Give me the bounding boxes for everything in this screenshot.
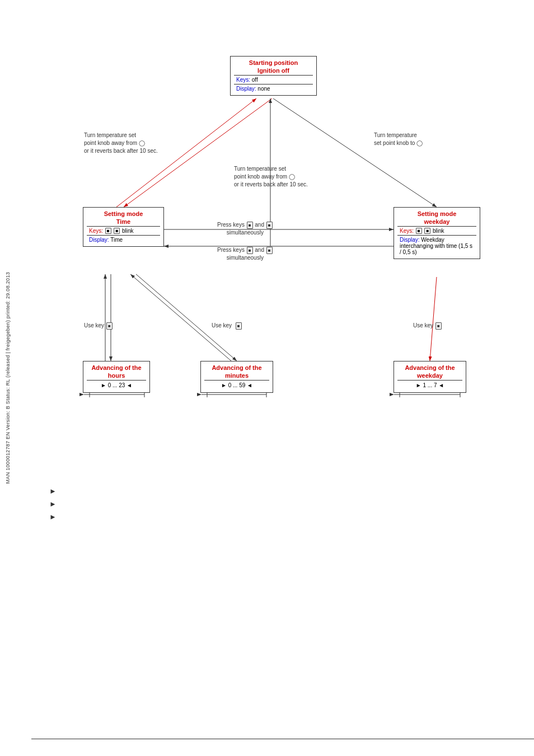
- weekday-title-line2: weekday: [424, 218, 450, 225]
- annotation-press-keys-1: Press keys ■ and ■ simultaneously: [217, 221, 273, 237]
- time-row1: Keys: ■ ■ blink: [87, 226, 160, 236]
- use-key-left-icon: ■: [106, 322, 113, 330]
- adv-weekday-range-value: 1 ... 7: [423, 382, 437, 388]
- svg-line-4: [273, 98, 437, 207]
- adv-minutes-box: Advancing of the minutes ► 0 ... 59 ◄: [200, 361, 273, 393]
- time-title-line1: Setting mode: [104, 210, 143, 217]
- time-display-value: Time: [109, 237, 123, 243]
- weekday-key1-icon: ■: [416, 228, 422, 234]
- adv-hours-title: Advancing of the hours: [87, 364, 146, 380]
- time-key2-icon: ■: [114, 228, 120, 234]
- annotation-turn-away-center: Turn temperature set point knob away fro…: [234, 165, 308, 189]
- adv-weekday-box: Advancing of the weekday ► 1 ... 7 ◄: [394, 361, 466, 393]
- start-row2: Display: none: [234, 84, 313, 93]
- weekday-key2-icon: ■: [424, 228, 430, 234]
- weekday-title-line1: Setting mode: [418, 210, 457, 217]
- press-key3-icon: ■: [247, 247, 253, 254]
- setting-time-box: Setting mode Time Keys: ■ ■ blink Displa…: [83, 207, 164, 247]
- adv-minutes-title: Advancing of the minutes: [204, 364, 269, 380]
- svg-line-10: [136, 274, 237, 361]
- annotation-use-key-left: Use key ■: [84, 322, 113, 330]
- adv-minutes-range-value: 0 ... 59: [228, 382, 246, 388]
- adv-minutes-range: ► 0 ... 59 ◄: [204, 380, 269, 390]
- press-key2-icon: ■: [266, 222, 273, 229]
- bottom-item-2: ►: [49, 500, 57, 508]
- time-title: Setting mode Time: [87, 210, 160, 226]
- weekday-display-label: Display:: [400, 237, 420, 243]
- start-keys-value: off: [250, 77, 258, 83]
- bullet-arrow-3: ►: [49, 513, 57, 521]
- time-display-label: Display:: [89, 237, 109, 243]
- time-key1-icon: ■: [105, 228, 111, 234]
- sidebar-text: MAN 1000012787 EN Version: B Status: RL …: [5, 272, 11, 483]
- weekday-row2: Display: Weekday interchanging with time…: [397, 235, 476, 256]
- time-keys-blink: blink: [122, 228, 134, 234]
- adv-weekday-range: ► 1 ... 7 ◄: [397, 380, 462, 390]
- weekday-keys-label: Keys:: [400, 228, 414, 234]
- use-key-center-icon: ■: [236, 322, 242, 330]
- time-title-line2: Time: [116, 218, 130, 225]
- bullet-arrow-2: ►: [49, 500, 57, 508]
- bottom-item-3: ►: [49, 513, 57, 521]
- time-row2: Display: Time: [87, 235, 160, 244]
- start-display-label: Display:: [236, 86, 256, 92]
- start-keys-label: Keys:: [236, 77, 250, 83]
- start-title-line2: Ignition off: [257, 67, 289, 74]
- annotation-turn-away-left: Turn temperature set point knob away fro…: [84, 132, 158, 155]
- adv-hours-range: ► 0 ... 23 ◄: [87, 380, 146, 390]
- main-content: Starting position Ignition off Keys: off…: [16, 0, 534, 756]
- press-key4-icon: ■: [266, 247, 273, 254]
- start-row1: Keys: off: [234, 75, 313, 84]
- weekday-title: Setting mode weekday: [397, 210, 476, 226]
- start-box: Starting position Ignition off Keys: off…: [230, 56, 317, 96]
- use-key-right-icon: ■: [435, 322, 442, 330]
- start-display-value: none: [256, 86, 270, 92]
- adv-hours-range-value: 0 ... 23: [108, 382, 125, 388]
- bottom-section: ► ► ►: [49, 487, 57, 525]
- weekday-row1: Keys: ■ ■ blink: [397, 226, 476, 236]
- bottom-item-1: ►: [49, 487, 57, 495]
- weekday-keys-blink: blink: [433, 228, 444, 234]
- press-key1-icon: ■: [247, 222, 253, 229]
- bullet-arrow-1: ►: [49, 487, 57, 495]
- annotation-press-keys-2: Press keys ■ and ■ simultaneously: [217, 246, 273, 262]
- start-title: Starting position Ignition off: [234, 59, 313, 75]
- annotation-use-key-center: Use key ■: [212, 322, 242, 330]
- annotation-turn-to-right: Turn temperature set point knob to ◯: [374, 132, 423, 147]
- diagram: Starting position Ignition off Keys: off…: [49, 56, 519, 448]
- adv-weekday-title: Advancing of the weekday: [397, 364, 462, 380]
- sidebar: MAN 1000012787 EN Version: B Status: RL …: [0, 0, 16, 756]
- svg-line-13: [430, 277, 437, 361]
- start-title-line1: Starting position: [249, 59, 298, 66]
- svg-line-12: [130, 274, 231, 361]
- adv-hours-box: Advancing of the hours ► 0 ... 23 ◄: [83, 361, 150, 393]
- time-keys-label: Keys:: [89, 228, 103, 234]
- setting-weekday-box: Setting mode weekday Keys: ■ ■ blink Dis…: [394, 207, 480, 259]
- bottom-divider: [31, 739, 534, 739]
- annotation-use-key-right: Use key ■: [413, 322, 442, 330]
